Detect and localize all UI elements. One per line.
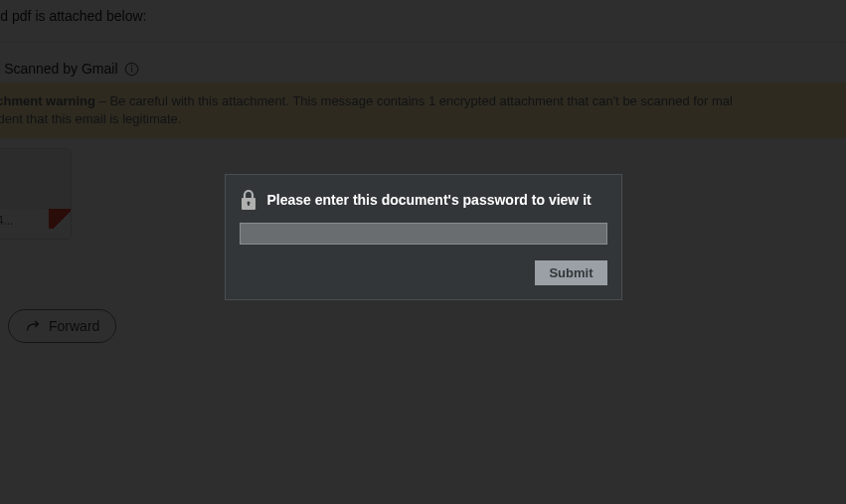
lock-icon	[240, 189, 257, 211]
password-modal: Please enter this document's password to…	[225, 174, 622, 300]
modal-actions: Submit	[240, 260, 607, 285]
modal-prompt-text: Please enter this document's password to…	[267, 192, 592, 208]
submit-button[interactable]: Submit	[535, 260, 606, 285]
document-password-input[interactable]	[240, 223, 607, 245]
modal-header: Please enter this document's password to…	[240, 189, 607, 211]
svg-rect-5	[248, 203, 250, 206]
